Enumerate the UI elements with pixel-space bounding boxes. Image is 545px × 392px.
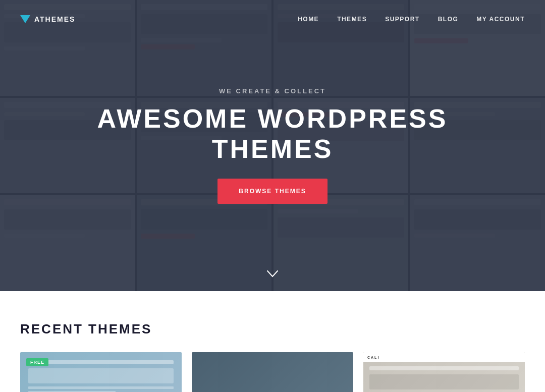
- theme-card-creative-agency[interactable]: Creative Agency: [192, 352, 353, 392]
- card-nav-bar: [28, 360, 174, 364]
- logo-triangle-icon: [20, 15, 30, 23]
- nav-themes[interactable]: THEMES: [337, 16, 367, 23]
- theme-card-airi[interactable]: FREE airi: [20, 352, 182, 392]
- nav-blog[interactable]: BLOG: [438, 16, 459, 23]
- card-hero-bar: [28, 368, 174, 383]
- below-hero-section: RECENT THEMES FREE airi Creative Agency …: [0, 291, 545, 392]
- hero-title-line2: THEMES: [212, 134, 334, 163]
- card-header-bar: CALI: [363, 352, 525, 362]
- site-header: ATHEMES HOME THEMES SUPPORT BLOG MY ACCO…: [0, 0, 545, 38]
- card-nav-bar-2: [369, 366, 519, 370]
- browse-themes-button[interactable]: BROWSE THEMES: [217, 179, 327, 204]
- nav-my-account[interactable]: MY ACCOUNT: [476, 16, 525, 23]
- card-badge-free: FREE: [26, 358, 48, 366]
- card-hero-bar-2: [369, 374, 519, 389]
- logo[interactable]: ATHEMES: [20, 15, 75, 23]
- theme-card-cali[interactable]: CALI: [363, 352, 525, 392]
- card-text-lines: [28, 386, 174, 392]
- main-nav: HOME THEMES SUPPORT BLOG MY ACCOUNT: [298, 16, 525, 23]
- hero-subtitle: WE CREATE & COLLECT: [219, 87, 326, 95]
- card-text-line: [28, 386, 174, 389]
- hero-section: WE CREATE & COLLECT AWESOME WORDPRESS TH…: [0, 0, 545, 291]
- scroll-down-chevron[interactable]: [267, 268, 278, 280]
- hero-title: AWESOME WORDPRESS THEMES: [97, 104, 448, 164]
- nav-support[interactable]: SUPPORT: [385, 16, 420, 23]
- hero-content: WE CREATE & COLLECT AWESOME WORDPRESS TH…: [97, 87, 448, 204]
- hero-title-line1: AWESOME WORDPRESS: [97, 104, 448, 133]
- recent-themes-heading: RECENT THEMES: [20, 321, 525, 337]
- card-title-cali: CALI: [367, 356, 379, 359]
- logo-text: ATHEMES: [34, 15, 75, 23]
- nav-home[interactable]: HOME: [298, 16, 319, 23]
- themes-grid: FREE airi Creative Agency CALI: [20, 352, 525, 392]
